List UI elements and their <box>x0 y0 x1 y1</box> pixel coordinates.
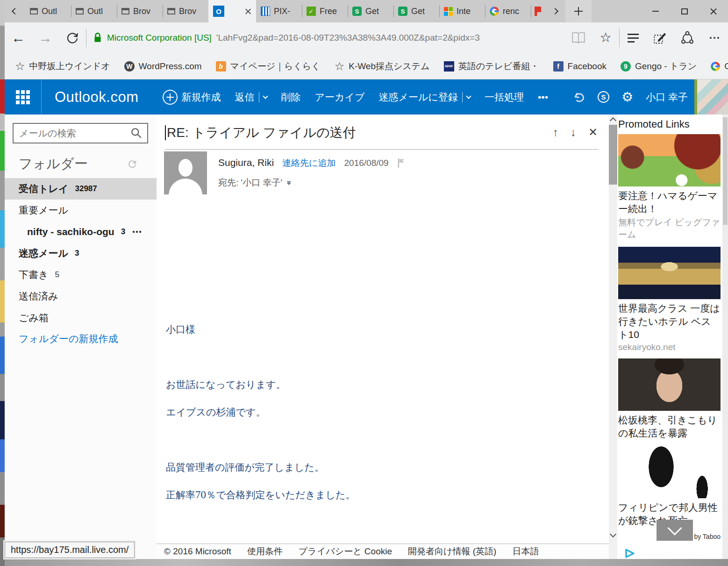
archive-button[interactable]: アーカイブ <box>308 91 372 104</box>
show-more-ads-button[interactable] <box>657 520 693 541</box>
tab-google-search[interactable]: renc <box>485 0 531 22</box>
footer-developers-link[interactable]: 開発者向け情報 (英語) <box>408 545 496 558</box>
maximize-button[interactable] <box>670 0 699 22</box>
reply-button[interactable]: 返信 <box>228 91 274 104</box>
favorite-nakanosakaue[interactable]: ☆中野坂上ウインドオ <box>11 60 114 72</box>
folder-junk[interactable]: 迷惑メール3 <box>5 243 157 264</box>
favorite-gengo[interactable]: 9Gengo - トラン <box>617 60 700 72</box>
add-favorite-button[interactable]: ☆ <box>592 31 619 44</box>
taboola-icon[interactable] <box>624 548 636 559</box>
refresh-button[interactable] <box>59 31 86 45</box>
hub-button[interactable] <box>620 34 647 43</box>
tab-browser-1[interactable]: Brov <box>117 0 163 22</box>
ad-image-hotel[interactable] <box>618 247 721 299</box>
search-input[interactable] <box>19 128 130 139</box>
tab-scroll-left-button[interactable] <box>5 0 25 22</box>
scroll-down-icon[interactable] <box>610 531 616 537</box>
favorite-star-icon: ☆ <box>600 31 611 44</box>
mail-search-box[interactable] <box>13 123 148 143</box>
folder-trash[interactable]: ごみ箱 <box>5 307 157 329</box>
ad-image-actor[interactable] <box>618 358 721 411</box>
folder-count: 5 <box>55 270 59 279</box>
scrollbar-thumb[interactable] <box>609 125 617 185</box>
ad-item-farm-game[interactable]: 要注意！ハマるゲーマー続出！ 無料でプレイ ビッグファーム <box>618 134 721 241</box>
more-actions-button[interactable] <box>701 37 728 39</box>
page-scrollbar-thumb[interactable] <box>723 117 728 225</box>
junk-button[interactable]: 迷惑メールに登録 <box>371 91 477 104</box>
settings-button[interactable]: ⚙ <box>615 91 639 104</box>
close-message-icon[interactable]: ✕ <box>588 127 598 138</box>
app-launcher-button[interactable] <box>5 79 41 115</box>
share-button[interactable] <box>674 31 701 45</box>
folder-drafts[interactable]: 下書き5 <box>5 264 157 286</box>
expand-recipients-icon[interactable]: » <box>285 180 294 185</box>
folder-inbox[interactable]: 受信トレイ32987 <box>5 178 157 200</box>
chevron-down-icon <box>466 93 471 99</box>
delete-button[interactable]: 削除 <box>274 91 308 104</box>
site-identity[interactable]: Microsoft Corporation [US] <box>107 33 212 43</box>
forward-button[interactable]: → <box>32 31 59 45</box>
tab-scroll-right-button[interactable] <box>545 0 565 22</box>
new-mail-button[interactable]: 新規作成 <box>156 90 228 105</box>
tab-internet[interactable]: Inte <box>439 0 485 22</box>
ad-image-farm-game[interactable] <box>618 134 721 186</box>
next-message-icon[interactable]: ↓ <box>571 127 576 138</box>
close-window-button[interactable] <box>699 0 728 22</box>
scroll-up-icon[interactable] <box>610 117 616 124</box>
favorite-rakuraku[interactable]: bマイページ｜らくらく <box>212 60 324 72</box>
folder-overflow-dots[interactable]: ⋯ <box>132 226 142 237</box>
web-note-button[interactable] <box>647 31 674 45</box>
pixta-icon <box>261 7 270 16</box>
more-commands-button[interactable]: ••• <box>531 92 555 103</box>
ad-item-hotel[interactable]: 世界最高クラス 一度は行きたいホテル ベスト10 sekairyoko.net <box>618 247 721 352</box>
previous-message-icon[interactable]: ↑ <box>553 127 558 138</box>
red-icon <box>535 7 541 16</box>
minimize-button[interactable] <box>641 0 670 22</box>
tab-pixta[interactable]: PIX- <box>256 0 302 22</box>
url-text[interactable]: 'LahFvg2&pad=2016-08-09T23%3A38%3A49.000… <box>216 33 480 43</box>
favorite-facebook[interactable]: fFacebook <box>550 61 610 72</box>
ad-title[interactable]: 松坂桃李、引きこもりの私生活を暴露 <box>618 414 721 440</box>
refresh-folders-icon[interactable] <box>127 158 138 170</box>
close-tab-icon[interactable] <box>245 8 251 14</box>
reading-view-button[interactable] <box>565 31 592 44</box>
footer-terms-link[interactable]: 使用条件 <box>247 545 283 558</box>
user-avatar-image[interactable] <box>697 79 728 115</box>
tab-get-2[interactable]: SGet <box>393 0 439 22</box>
folder-nifty[interactable]: nifty - sachiko-ogu3⋯ <box>5 221 157 243</box>
ad-title[interactable]: 要注意！ハマるゲーマー続出！ <box>618 189 721 215</box>
footer-language-link[interactable]: 日本語 <box>512 545 539 558</box>
undo-button[interactable] <box>566 91 592 103</box>
tab-outlook-1[interactable]: Outl <box>25 0 71 22</box>
favorite-kweb[interactable]: ☆K-Web採点システム <box>331 60 434 72</box>
ad-item-actor[interactable]: 松坂桃李、引きこもりの私生活を暴露 <box>618 358 721 440</box>
outlook-logo[interactable]: Outlook.com <box>42 89 156 106</box>
sweep-button[interactable]: 一括処理 <box>478 91 531 104</box>
sender-avatar[interactable] <box>164 151 207 194</box>
url-field[interactable]: Microsoft Corporation [US] 'LahFvg2&pad=… <box>86 32 565 43</box>
ad-image-news[interactable] <box>618 446 721 498</box>
favorite-wordpress[interactable]: WWordPress.com <box>121 61 206 72</box>
favorite-google[interactable]: Google <box>707 61 728 72</box>
tab-outlook-mail-active[interactable]: O <box>208 0 256 22</box>
ad-title[interactable]: 世界最高クラス 一度は行きたいホテル ベスト10 <box>618 302 721 341</box>
tab-get-1[interactable]: SGet <box>348 0 393 22</box>
new-tab-button[interactable] <box>565 0 592 22</box>
page-scrollbar[interactable] <box>722 115 728 559</box>
new-folder-link[interactable]: フォルダーの新規作成 <box>5 332 118 345</box>
favorite-nhk[interactable]: NHK英語のテレビ番組・ <box>440 60 543 72</box>
tab-browser-2[interactable]: Brov <box>163 0 208 22</box>
account-name[interactable]: 小口 幸子 <box>639 91 694 104</box>
skype-button[interactable]: S <box>592 91 615 103</box>
tab-free[interactable]: ✓Free <box>302 0 348 22</box>
tab-partial[interactable] <box>531 0 545 22</box>
tab-outlook-2[interactable]: Outl <box>71 0 117 22</box>
flag-icon[interactable] <box>397 158 406 168</box>
mail-scrollbar[interactable] <box>609 115 617 559</box>
folder-sent[interactable]: 送信済み <box>5 286 157 307</box>
sender-name[interactable]: Sugiura, Riki <box>218 157 274 168</box>
folder-important[interactable]: 重要メール <box>5 200 157 221</box>
add-contact-link[interactable]: 連絡先に追加 <box>282 157 335 169</box>
footer-privacy-link[interactable]: プライバシーと Cookie <box>299 545 392 558</box>
back-button[interactable]: ← <box>5 31 32 45</box>
